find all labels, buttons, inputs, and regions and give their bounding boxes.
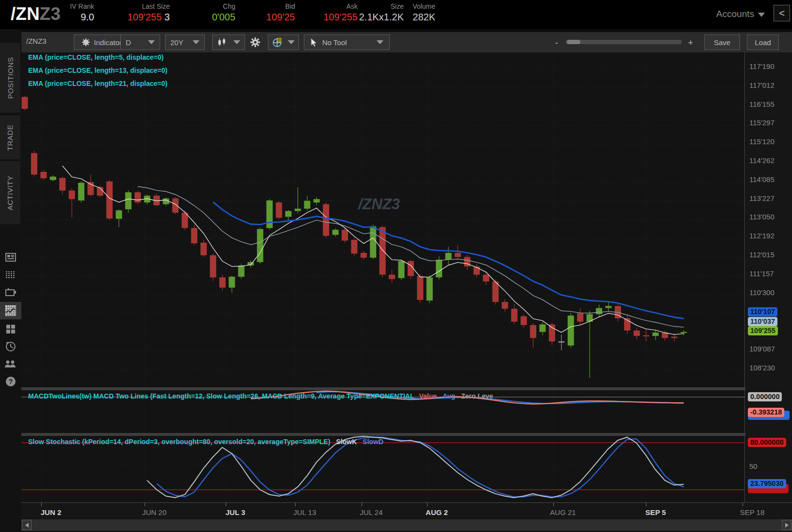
axis-label: 115'297 [749,118,775,127]
tv-icon[interactable] [4,285,17,299]
help-icon[interactable]: ? [4,375,17,388]
symbol-logo: /ZNZ3 [11,4,61,24]
time-tick [145,503,145,506]
candlestick-chart-icon [217,37,227,47]
apps-icon[interactable] [4,322,17,336]
stoch-slowk-line [147,436,684,498]
chevron-down-icon [377,40,383,44]
left-sidebar: POSITIONS TRADE ACTIVITY ? [0,29,21,532]
globe-grid-icon [272,37,283,48]
quote-field-bid: Bid109'25 [266,2,295,23]
time-label: AUG 21 [550,508,576,516]
sidebar-tab-activity[interactable]: ACTIVITY [0,161,20,224]
time-label: JUL 3 [226,508,246,516]
zoom-slider-handle[interactable] [567,40,580,44]
time-label: JUN 20 [142,508,166,516]
axis-value-bubble: -0.393218 [748,408,784,417]
load-button[interactable]: Load [747,34,779,50]
time-tick [742,503,743,506]
chart-area[interactable]: EMA (price=CLOSE, length=5, displace=0) … [21,52,745,502]
quote-field-volume: Volume282K [412,2,435,23]
axis-label: 115'120 [749,137,775,146]
news-icon[interactable] [4,250,17,264]
sidebar-tab-positions[interactable]: POSITIONS [0,43,20,113]
gear-icon [250,37,261,48]
chart-type-dropdown[interactable] [212,34,245,50]
price-axis[interactable]: 117'190117'012116'155115'297115'120114'2… [745,52,792,502]
scroll-right-button[interactable] [782,520,792,530]
horizontal-scrollbar[interactable] [21,519,792,531]
chart-grid-icon[interactable] [4,304,17,317]
zoom-in-button[interactable]: + [688,38,693,48]
svg-text:?: ? [9,378,13,385]
no-tool-label: No Tool [322,38,347,47]
time-label: JUL 13 [294,508,316,516]
time-tick [362,503,362,506]
pane-divider[interactable] [21,387,792,390]
axis-label: 114'085 [749,175,775,183]
quote-field-size: Size2.1Kx1.2K [359,2,404,23]
community-icon[interactable] [4,357,17,371]
time-tick [553,503,554,506]
time-label: SEP 5 [645,508,666,516]
stoch-slowd-line [157,437,684,497]
collapse-panel-button[interactable]: < [774,5,790,21]
drawing-tool-dropdown[interactable]: No Tool [304,34,390,50]
accounts-label: Accounts [716,9,754,19]
time-label: JUN 2 [41,508,62,516]
time-tick [41,503,42,506]
chart-toolbar: /ZNZ3 Indicators D 20Y No Tool - + Save [21,32,792,52]
axis-value-bubble: 23.795030 [748,479,786,488]
arrow-right-icon [785,523,789,528]
axis-label: 50 [749,462,758,470]
axis-label: 112'015 [749,250,775,259]
accounts-dropdown[interactable]: Accounts [716,9,765,19]
chevron-down-icon [288,40,295,44]
symbol-input[interactable]: /ZNZ3 [26,37,47,45]
time-label: JUL 24 [360,508,383,516]
list-icon[interactable] [4,268,17,282]
history-clock-icon[interactable] [4,340,17,353]
axis-label: 113'050 [749,213,775,221]
axis-label: 117'012 [749,81,775,89]
chevron-down-icon [233,40,240,44]
chevron-down-icon [148,40,155,44]
symbol-sub: Z3 [40,4,61,24]
zoom-slider[interactable] [566,40,682,44]
time-label: SEP 18 [740,508,765,516]
axis-value-bubble: 110'037 [748,317,777,326]
timeframe-dropdown[interactable]: D [120,34,160,50]
axis-value-bubble: 109'255 [748,326,778,335]
view-mode-dropdown[interactable] [268,34,299,50]
time-axis[interactable]: JUN 2JUN 20JUL 3JUL 13JUL 24AUG 2AUG 21S… [21,502,792,519]
arrow-left-icon [25,523,29,528]
quote-field-chg: Chg0'005 [212,2,235,23]
scroll-left-button[interactable] [22,520,32,530]
axis-label: 111'157 [749,269,774,278]
axis-label: 109'087 [749,345,775,353]
symbol-main: /ZN [11,4,40,24]
range-value: 20Y [170,38,183,47]
trading-platform-window: /ZNZ3 IV Rank9.0Last Size109'255 3Chg0'0… [0,0,792,532]
quote-field-last-size: Last Size109'255 3 [128,2,170,23]
axis-label: 112'192 [749,232,775,240]
quote-field-ask: Ask109'255 [323,2,358,23]
quote-header: /ZNZ3 IV Rank9.0Last Size109'255 3Chg0'0… [0,0,792,29]
quote-field-iv-rank: IV Rank9.0 [70,2,94,23]
time-tick [226,503,226,506]
axis-label: 110'300 [749,288,775,297]
zoom-out-button[interactable]: - [555,38,558,48]
cursor-icon [310,38,317,47]
indicators-burst-icon [82,38,90,47]
save-button[interactable]: Save [704,34,740,50]
pane-divider[interactable] [21,433,792,436]
sidebar-tab-trade[interactable]: TRADE [0,116,20,159]
axis-label: 108'230 [749,364,775,372]
chart-settings-button[interactable] [247,34,264,50]
range-dropdown[interactable]: 20Y [165,34,205,50]
time-label: AUG 2 [426,508,448,516]
time-tick [427,503,428,506]
timeframe-value: D [126,38,131,47]
axis-value-bubble: 80.000000 [748,438,786,447]
time-tick [646,503,646,506]
